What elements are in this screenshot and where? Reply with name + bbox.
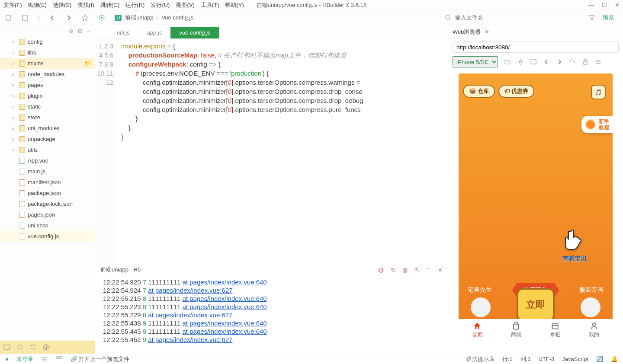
menu-goto[interactable]: 跳转(G) [100,1,120,9]
tree-item-store[interactable]: ›store [0,112,95,123]
collapse-icon[interactable]: ⊟ [78,28,83,34]
menu-icon[interactable] [595,58,602,65]
preview-close-icon[interactable]: ✕ [485,29,489,35]
maximize-icon[interactable]: ☐ [602,2,607,8]
filter-icon[interactable] [588,14,595,21]
tree-item-config[interactable]: ›config [0,36,95,47]
tree-item-App-vue[interactable]: App.vue [0,155,95,166]
back-icon[interactable] [49,14,56,21]
console-close-icon[interactable]: ✕ [438,267,443,273]
minimize-icon[interactable]: — [588,2,594,8]
encoding[interactable]: UTF-8 [538,356,554,362]
breadcrumb-file[interactable]: vue.config.js [162,14,193,21]
tab-mall[interactable]: 商城 [497,319,536,341]
preview-url-input[interactable] [453,42,619,53]
syntax-library[interactable]: 语法提示库 [466,355,495,363]
tree-item-libs[interactable]: ›libs [0,47,95,58]
menu-tools[interactable]: 工具(T) [201,1,219,9]
code-editor[interactable]: 1 2 3 4 5 6 7 8 9 10 11 12 module.export… [95,39,448,263]
console-link[interactable]: at pages/index/index.vue:640 [183,303,267,310]
login-status[interactable]: 未登录 [16,355,33,363]
new-file-icon[interactable] [5,14,12,21]
forward-icon[interactable] [65,14,72,21]
menu-publish[interactable]: 发行(U) [151,1,170,9]
terminal-icon[interactable] [3,344,10,351]
debug-icon[interactable] [16,344,23,351]
tree-item-manifest-json[interactable]: manifest.json [0,177,95,188]
preview-tab[interactable]: Web浏览器 [453,28,481,36]
tab-mine[interactable]: 我的 [575,319,613,341]
more-icon[interactable]: ≡ [87,28,90,34]
tree-item-pages-json[interactable]: pages.json [0,209,95,220]
console-clear-icon[interactable]: ▦ [402,267,408,273]
save-icon[interactable] [22,14,29,21]
search-input[interactable] [455,14,585,21]
devtools-icon[interactable] [530,58,537,65]
run-icon[interactable] [98,14,105,21]
console-link[interactable]: at pages/index/index.vue:640 [183,328,267,335]
tree-item-pages[interactable]: ›pages [0,80,95,90]
menu-help[interactable]: 帮助(Y) [225,1,244,9]
console-collapse-icon[interactable]: ⌃ [426,267,431,273]
console-output[interactable]: 12:22:54.920 7 111111111 at pages/index/… [95,276,448,354]
tab-home[interactable]: 首页 [458,319,497,341]
console-link[interactable]: at pages/index/index.vue:640 [183,278,267,286]
tree-item-unpackage[interactable]: ›unpackage [0,134,95,144]
menu-view[interactable]: 视图(V) [176,1,194,9]
menu-edit[interactable]: 编辑(E) [28,1,47,9]
editor-tab-app-js[interactable]: app.js [138,27,171,38]
warehouse-button[interactable]: 📦 仓库 [463,85,495,98]
console-stop-icon[interactable]: ⏻ [378,267,384,273]
menu-select[interactable]: 选择(S) [53,1,71,9]
preview-button[interactable]: 预览 [599,13,618,23]
star-icon[interactable] [82,14,89,21]
list-icon[interactable] [41,356,48,363]
tree-item-uni_modules[interactable]: ›uni_modules [0,123,95,134]
avatar-left[interactable] [471,297,491,317]
nav-forward-icon[interactable] [556,58,563,65]
coupon-button[interactable]: 🏷 优惠券 [498,85,535,98]
category-right[interactable]: 服装帝国 [579,286,604,294]
gear-icon[interactable] [517,58,524,65]
tree-item-package-lock-json[interactable]: package-lock.json [0,198,95,209]
menu-file[interactable]: 文件(F) [3,1,22,9]
tutorial-button[interactable]: 新手教程 [581,116,613,133]
pointer-hint[interactable]: 查看宝贝 [562,228,588,263]
tree-item-mixins[interactable]: ›mixins📁 [0,58,95,69]
app-preview[interactable]: 📦 仓库 🏷 优惠券 🎵 新手教程 查看宝贝 宅男先生 包罗万象 服装帝国 立即 [458,73,613,341]
console-restart-icon[interactable]: ↻ [391,267,395,273]
language-mode[interactable]: JavaScript [562,356,588,362]
avatar-right[interactable] [581,297,601,317]
globe-icon[interactable] [42,344,49,351]
start-button[interactable]: 立即 [517,288,555,322]
code-body[interactable]: module.exports = { productionSourceMap: … [117,39,363,263]
console-link[interactable]: at pages/index/index.vue:640 [183,295,267,302]
breadcrumb-project[interactable]: 前端uniapp [125,14,153,22]
music-button[interactable]: 🎵 [591,85,606,99]
tree-item-main-js[interactable]: main.js [0,166,95,177]
preview-hint[interactable]: 🔗 打开上一个预览文件 [71,355,130,363]
device-select[interactable]: iPhone 5/SE [453,56,498,67]
sync-icon[interactable] [29,344,36,351]
tree-item-package-json[interactable]: package.json [0,188,95,198]
sync-status-icon[interactable]: 🔄 [596,356,603,362]
add-icon[interactable]: ⊕ [69,28,74,34]
open-folder-icon[interactable] [504,58,511,65]
search-icon[interactable] [445,14,452,21]
tree-item-static[interactable]: ›static [0,101,95,112]
tab-box[interactable]: 盒柜 [536,319,575,341]
tree-item-node_modules[interactable]: ›node_modules [0,69,95,80]
menu-find[interactable]: 查找(I) [77,1,94,9]
console-link[interactable]: at pages/index/index.vue:627 [148,311,232,319]
nav-back-icon[interactable] [543,58,550,65]
console-export-icon[interactable]: ⇱ [414,267,419,273]
category-left[interactable]: 宅男先生 [468,286,492,294]
console-link[interactable]: at pages/index/index.vue:627 [148,336,232,343]
menu-run[interactable]: 运行(R) [125,1,145,9]
close-icon[interactable]: ✕ [615,2,620,8]
console-link[interactable]: at pages/index/index.vue:640 [183,319,267,327]
tree-item-utils[interactable]: ›utils [0,144,95,155]
grid-icon[interactable] [56,356,63,363]
lock-icon[interactable] [582,58,589,65]
tree-item-uni-scss[interactable]: uni.scss [0,220,95,231]
